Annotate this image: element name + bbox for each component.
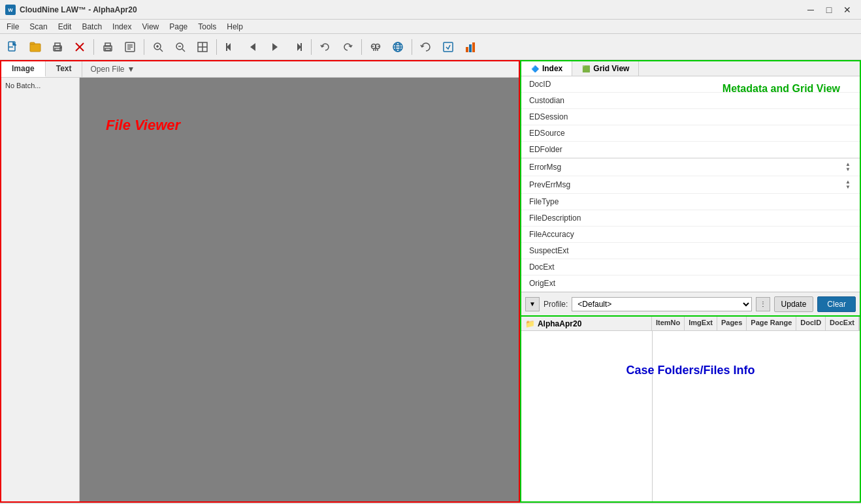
update-button[interactable]: Update [774,296,814,312]
metadata-field-preverrmsg: PrevErrMsg [529,180,570,189]
title-bar-left: w CloudNine LAW™ - AlphaApr20 [5,5,137,15]
left-panel: Image Text Open File ▼ No Batch... File … [0,60,520,503]
col-itemno: ItemNo [652,317,685,330]
menu-scan[interactable]: Scan [24,21,52,33]
menu-file[interactable]: File [1,21,24,33]
metadata-field-edsession: EDSession [529,112,568,121]
profile-menu-button[interactable]: ⋮ [756,297,770,311]
first-page-button[interactable] [220,37,241,57]
print2-button[interactable] [97,37,118,57]
folder-icon: 📁 [525,319,535,328]
menu-index[interactable]: Index [107,21,137,33]
preverrmsg-arrows[interactable]: ▲ ▼ [845,180,851,190]
viewer-area: No Batch... File Viewer [1,78,519,501]
grid-divider [652,331,653,501]
new-button[interactable] [3,37,24,57]
chart-button[interactable] [460,37,481,57]
menu-tools[interactable]: Tools [193,21,221,33]
preview-button[interactable] [120,37,140,57]
open-button[interactable] [25,37,46,57]
menu-batch[interactable]: Batch [76,21,107,33]
last-page-button[interactable] [287,37,308,57]
grid-folder-cell: 📁 AlphaApr20 [521,317,652,330]
svg-rect-42 [444,42,453,52]
svg-rect-28 [226,43,227,51]
svg-rect-45 [472,42,475,52]
tag-button[interactable] [438,37,459,57]
minimize-button[interactable]: ─ [802,3,819,16]
next-page-button[interactable] [265,37,285,57]
menu-help[interactable]: Help [221,21,248,33]
maximize-button[interactable]: □ [820,3,837,16]
clear-button[interactable]: Clear [817,296,856,312]
refresh-button[interactable] [415,37,436,57]
fit-button[interactable] [192,37,213,57]
errormsg-down-arrow[interactable]: ▼ [845,167,851,172]
metadata-field-docid: DocID [529,80,551,89]
tab-grid-view[interactable]: 🟩 Grid View [572,61,639,76]
case-folders-label: Case Folders/Files Info [626,364,755,377]
tab-text[interactable]: Text [46,61,83,77]
metadata-row-edfolder: EDFolder [521,142,860,158]
menu-edit[interactable]: Edit [53,21,77,33]
metadata-field-docext: DocExt [529,262,555,272]
tab-index-label: Index [542,64,562,73]
metadata-row-docext: DocExt [521,259,860,276]
metadata-field-edsource: EDSource [529,129,565,138]
metadata-field-fileaccuracy: FileAccuracy [529,230,574,239]
svg-rect-3 [30,42,35,44]
svg-rect-6 [55,48,60,50]
tab-grid-label: Grid View [593,64,629,73]
svg-rect-32 [301,43,302,51]
metadata-row-filetype: FileType [521,194,860,210]
metadata-field-filetype: FileType [529,197,559,206]
zoom-in-button[interactable] [148,37,169,57]
print-button[interactable] [47,37,68,57]
profile-label: Profile: [544,300,568,309]
app-title: CloudNine LAW™ - AlphaApr20 [20,5,137,14]
col-pages: Pages [717,317,747,330]
web-button[interactable] [387,37,408,57]
rotate-right-button[interactable] [337,37,358,57]
metadata-header-label: Metadata and Grid View [723,83,840,95]
svg-rect-2 [30,44,41,52]
prev-page-button[interactable] [242,37,263,57]
menu-page[interactable]: Page [164,21,193,33]
preverrmsg-down-arrow[interactable]: ▼ [845,185,851,190]
svg-rect-43 [466,47,468,52]
grid-body: Case Folders/Files Info [521,331,860,501]
index-tab-icon: 🔷 [530,64,540,73]
svg-rect-5 [55,43,60,46]
toolbar-separator-4 [311,39,312,55]
zoom-out-button[interactable] [170,37,191,57]
delete-button[interactable] [69,37,90,57]
profile-select[interactable]: <Default> [572,297,751,311]
file-viewer: File Viewer [80,78,519,501]
rotate-left-button[interactable] [315,37,336,57]
tab-open-file[interactable]: Open File ▼ [82,61,142,77]
svg-marker-30 [272,43,278,51]
svg-rect-11 [105,43,110,46]
metadata-row-edsession: EDSession [521,109,860,125]
toolbar-separator-6 [412,39,412,55]
metadata-field-custodian: Custodian [529,96,564,105]
no-batch-label: No Batch... [4,80,76,91]
close-button[interactable]: ✕ [839,3,856,16]
profile-dropdown-button[interactable]: ▼ [525,297,540,311]
right-tabs: 🔷 Index 🟩 Grid View [521,61,860,76]
errormsg-arrows[interactable]: ▲ ▼ [845,162,851,172]
window-controls[interactable]: ─ □ ✕ [802,3,856,16]
search-button[interactable] [365,37,386,57]
metadata-row-custodian: Custodian [521,93,860,109]
menu-view[interactable]: View [137,21,164,33]
metadata-row-preverrmsg: PrevErrMsg ▲ ▼ [521,176,860,194]
grid-columns: ItemNo ImgExt Pages Page Range DocID Doc… [652,317,860,330]
metadata-field-filedescription: FileDescription [529,213,581,223]
tab-image[interactable]: Image [1,61,46,77]
metadata-panel: Metadata and Grid View DocID Custodian E… [521,76,860,292]
tab-index[interactable]: 🔷 Index [521,61,572,76]
metadata-list: DocID Custodian EDSession EDSource EDFol… [521,76,860,292]
right-top-panel: 🔷 Index 🟩 Grid View Metadata and Grid Vi… [521,61,860,317]
file-viewer-label: File Viewer [106,117,180,134]
main-layout: Image Text Open File ▼ No Batch... File … [0,60,861,503]
